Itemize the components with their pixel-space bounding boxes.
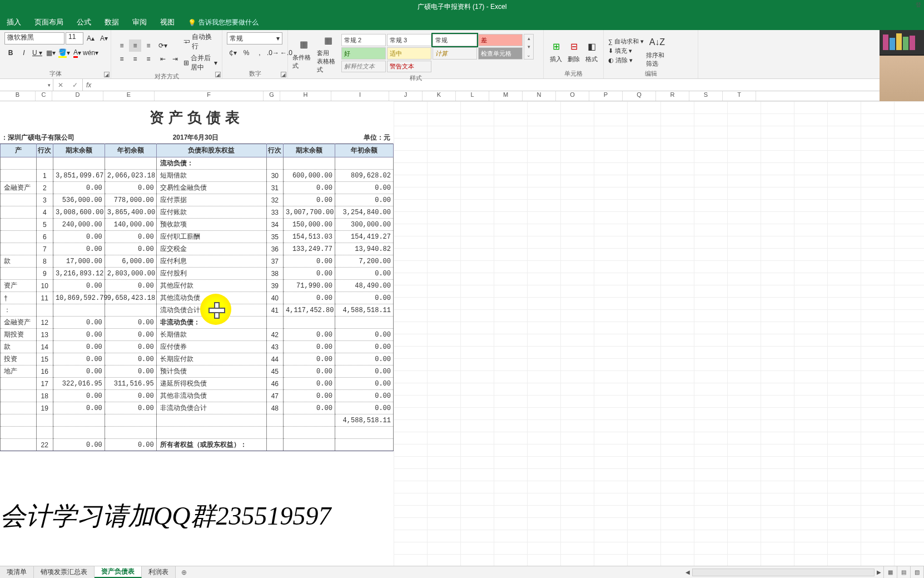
enter-formula-icon[interactable]: ✓ [68, 79, 82, 91]
style-neutral[interactable]: 适中 [387, 47, 431, 60]
merge-center-button[interactable]: ⊞合并后居中 ▾ [183, 53, 217, 72]
clear-label: 清除 [615, 56, 628, 65]
wrap-text-button[interactable]: ⮒自动换行 [183, 32, 217, 51]
col-header[interactable]: O [556, 91, 589, 101]
style-calculation[interactable]: 计算 [433, 47, 477, 60]
style-check-cell[interactable]: 检查单元格 [478, 47, 523, 60]
sort-filter-button[interactable]: A↓Z排序和筛选 [646, 34, 668, 68]
lightbulb-icon: 💡 [188, 19, 196, 27]
merge-label: 合并后居中 [191, 53, 212, 72]
style-normal-2[interactable]: 常规 2 [341, 34, 386, 46]
cancel-formula-icon[interactable]: ✕ [53, 79, 68, 91]
fill-button[interactable]: ⬇填充 ▾ [608, 47, 644, 55]
sigma-icon: ∑ [608, 38, 613, 45]
bold-button[interactable]: B [4, 47, 17, 59]
align-dialog-launcher[interactable]: ◢ [215, 72, 221, 77]
phonetic-button[interactable]: wén▾ [85, 47, 97, 59]
tab-formulas[interactable]: 公式 [70, 14, 98, 30]
col-header[interactable]: F [155, 91, 264, 101]
col-header[interactable]: D [52, 91, 103, 101]
style-normal[interactable]: 常规 [433, 34, 477, 46]
insert-cells-button[interactable]: ⊞插入 [548, 38, 564, 63]
autosum-label: 自动求和 [614, 37, 639, 46]
clear-button[interactable]: ◐清除 ▾ [608, 56, 644, 65]
col-header[interactable]: J [389, 91, 423, 101]
orientation-button[interactable]: ⟳▾ [157, 39, 169, 52]
align-left-icon[interactable]: ≡ [116, 53, 128, 65]
col-header[interactable]: R [656, 91, 689, 101]
font-color-button[interactable]: A▾ [71, 47, 83, 59]
insert-icon: ⊞ [548, 38, 564, 54]
number-format-select[interactable]: 常规▾ [227, 32, 282, 45]
conditional-formatting-button[interactable]: ▦ 条件格式 [292, 37, 315, 70]
align-bottom-icon[interactable]: ≡ [142, 39, 155, 52]
delete-label: 删除 [568, 55, 580, 63]
insert-label: 插入 [550, 55, 562, 63]
insert-function-button[interactable]: fx [83, 79, 95, 91]
column-headers: B C D E F G H I J K L M N O P Q R S T [0, 91, 924, 101]
col-header[interactable]: G [264, 91, 280, 101]
border-button[interactable]: ▦▾ [44, 47, 57, 59]
accounting-format-button[interactable]: ₵▾ [227, 47, 239, 59]
fill-color-button[interactable]: 🪣▾ [58, 47, 70, 59]
col-header[interactable]: I [331, 91, 389, 101]
decrease-indent-icon[interactable]: ⇤ [157, 53, 169, 65]
percent-button[interactable]: % [240, 47, 252, 59]
col-header[interactable]: L [456, 91, 489, 101]
tab-page-layout[interactable]: 页面布局 [28, 14, 70, 30]
delete-cells-button[interactable]: ⊟删除 [566, 38, 582, 63]
cond-fmt-label: 条件格式 [292, 53, 315, 70]
decrease-font-icon[interactable]: A▾ [98, 32, 110, 45]
font-name-select[interactable]: 微软雅黑 [4, 32, 64, 45]
col-header[interactable]: T [723, 91, 756, 101]
style-warning[interactable]: 警告文本 [387, 61, 431, 72]
comma-button[interactable]: , [254, 47, 266, 59]
autosum-button[interactable]: ∑自动求和 ▾ [608, 37, 644, 46]
col-header[interactable]: C [36, 91, 52, 101]
group-number: 常规▾ ₵▾ % , .0→ ←.0 数字 ◢ [222, 30, 288, 78]
format-cells-button[interactable]: ◧格式 [584, 38, 599, 63]
col-header[interactable]: N [523, 91, 556, 101]
align-top-icon[interactable]: ≡ [116, 39, 128, 52]
tab-view[interactable]: 视图 [153, 14, 181, 30]
col-header[interactable]: E [103, 91, 155, 101]
wrap-icon: ⮒ [183, 38, 190, 46]
group-styles-label: 样式 [292, 74, 539, 82]
col-header[interactable]: S [689, 91, 723, 101]
align-right-icon[interactable]: ≡ [142, 53, 155, 65]
sort-label: 排序和筛选 [646, 51, 668, 68]
tab-review[interactable]: 审阅 [126, 14, 153, 30]
style-explanatory[interactable]: 解释性文本 [341, 61, 386, 72]
user-indicator: 登 [916, 1, 921, 9]
style-normal-3[interactable]: 常规 3 [387, 34, 431, 46]
col-header[interactable]: M [489, 91, 523, 101]
col-header[interactable]: P [589, 91, 623, 101]
style-good[interactable]: 好 [341, 47, 386, 60]
col-header[interactable]: B [0, 91, 36, 101]
group-cells-label: 单元格 [548, 70, 599, 77]
col-header[interactable]: K [423, 91, 456, 101]
tab-insert[interactable]: 插入 [0, 14, 28, 30]
col-header[interactable]: H [280, 91, 331, 101]
col-header[interactable]: Q [623, 91, 656, 101]
increase-font-icon[interactable]: A▴ [85, 32, 97, 45]
tell-me-label: 告诉我您想要做什么 [198, 18, 259, 27]
name-box[interactable] [0, 79, 53, 91]
sort-icon: A↓Z [649, 34, 665, 50]
format-as-table-button[interactable]: ▦ 套用 表格格式 [317, 32, 339, 74]
group-number-label: 数字 [227, 70, 283, 77]
font-size-select[interactable]: 11 [66, 32, 83, 45]
tell-me-search[interactable]: 💡 告诉我您想要做什么 [181, 15, 265, 30]
font-dialog-launcher[interactable]: ◢ [104, 72, 110, 77]
align-middle-icon[interactable]: ≡ [129, 39, 141, 52]
italic-button[interactable]: I [18, 47, 30, 59]
align-center-icon[interactable]: ≡ [129, 53, 141, 65]
increase-indent-icon[interactable]: ⇥ [169, 53, 181, 65]
style-scroll[interactable]: ▴▾⌄ [524, 34, 534, 60]
style-bad[interactable]: 差 [478, 34, 523, 46]
tab-data[interactable]: 数据 [98, 14, 126, 30]
number-dialog-launcher[interactable]: ◢ [281, 72, 286, 77]
underline-button[interactable]: U ▾ [31, 47, 43, 59]
increase-decimal-button[interactable]: .0→ [267, 47, 279, 59]
table-fmt-label: 套用 表格格式 [317, 49, 339, 74]
